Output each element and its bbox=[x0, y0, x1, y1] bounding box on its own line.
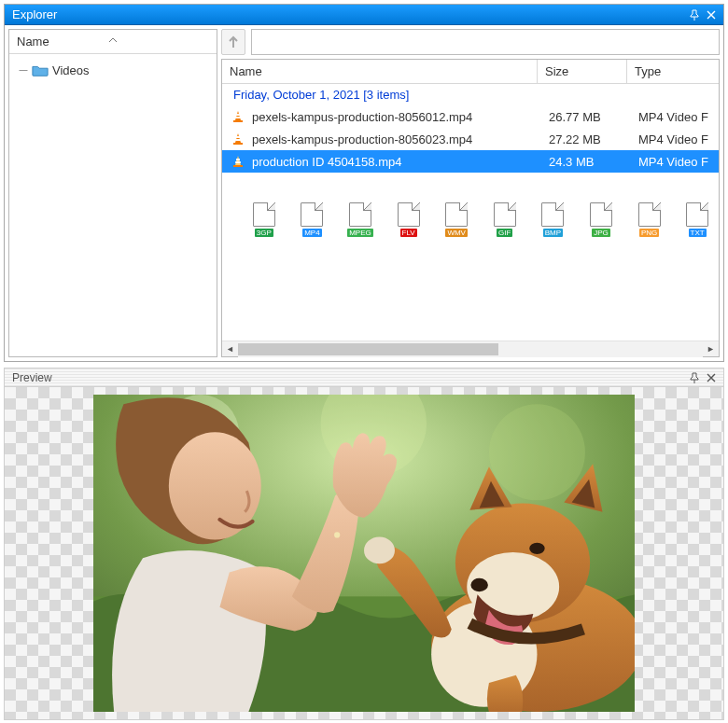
svg-point-22 bbox=[364, 536, 395, 563]
scroll-thumb[interactable] bbox=[238, 343, 498, 355]
col-size[interactable]: Size bbox=[538, 60, 627, 83]
folder-icon bbox=[32, 63, 49, 76]
svg-rect-8 bbox=[235, 161, 241, 163]
format-label: GIF bbox=[497, 229, 512, 237]
format-label: MP4 bbox=[302, 229, 321, 237]
right-pane: Name Size Type Friday, October 1, 2021 [… bbox=[221, 29, 720, 357]
svg-rect-6 bbox=[233, 165, 243, 167]
svg-point-21 bbox=[470, 578, 488, 591]
format-item-mpeg[interactable]: MPEG bbox=[346, 202, 374, 237]
explorer-title: Explorer bbox=[12, 7, 57, 21]
tree-column-header[interactable]: Name bbox=[9, 30, 217, 54]
vlc-file-icon bbox=[230, 108, 246, 125]
file-type: MP4 Video F bbox=[638, 110, 708, 124]
pin-icon[interactable] bbox=[686, 7, 703, 23]
svg-rect-2 bbox=[235, 117, 241, 118]
tree-item-label: Videos bbox=[52, 63, 90, 77]
file-size: 26.77 MB bbox=[549, 110, 601, 124]
preview-panel: Preview bbox=[4, 368, 724, 720]
format-item-gif[interactable]: GIF bbox=[491, 202, 519, 237]
close-icon[interactable] bbox=[703, 7, 720, 23]
svg-rect-3 bbox=[233, 143, 243, 145]
format-label: WMV bbox=[445, 229, 468, 237]
file-type-icon bbox=[349, 202, 371, 227]
svg-rect-5 bbox=[235, 139, 241, 141]
file-list-header: Name Size Type bbox=[222, 60, 719, 84]
tree-header-label: Name bbox=[17, 35, 49, 49]
file-type: MP4 Video F bbox=[638, 155, 708, 169]
file-type-icon bbox=[445, 202, 468, 227]
col-type[interactable]: Type bbox=[627, 60, 719, 83]
file-type-icon bbox=[686, 202, 708, 227]
format-item-png[interactable]: PNG bbox=[636, 202, 664, 237]
col-name[interactable]: Name bbox=[222, 60, 538, 83]
explorer-panel: Explorer Name — bbox=[4, 4, 724, 362]
file-row[interactable]: pexels-kampus-production-8056012.mp4 26.… bbox=[222, 105, 719, 128]
pin-icon[interactable] bbox=[686, 369, 703, 386]
preview-body bbox=[5, 387, 723, 719]
close-icon[interactable] bbox=[703, 369, 720, 386]
format-item-wmv[interactable]: WMV bbox=[442, 202, 470, 237]
file-type-icon bbox=[541, 202, 564, 227]
preview-title: Preview bbox=[12, 371, 52, 384]
file-rows: Friday, October 1, 2021 [3 items] pexels… bbox=[222, 84, 719, 341]
file-name: pexels-kampus-production-8056012.mp4 bbox=[252, 110, 472, 124]
format-item-3gp[interactable]: 3GP bbox=[250, 202, 278, 237]
format-label: BMP bbox=[543, 229, 563, 237]
file-type-icon bbox=[494, 202, 516, 227]
collapse-icon[interactable]: — bbox=[19, 65, 28, 75]
file-name: pexels-kampus-production-8056023.mp4 bbox=[252, 132, 472, 146]
format-label: MPEG bbox=[347, 229, 373, 237]
tree-list: — Videos bbox=[9, 54, 217, 356]
format-label: FLV bbox=[400, 229, 417, 237]
path-row bbox=[221, 29, 720, 55]
format-strip: 3GPMP4MPEGFLVWMVGIFBMPJPGPNGTXT bbox=[222, 173, 719, 237]
file-size: 27.22 MB bbox=[549, 132, 601, 146]
file-row[interactable]: pexels-kampus-production-8056023.mp4 27.… bbox=[222, 128, 719, 150]
vlc-file-icon bbox=[230, 153, 246, 170]
svg-rect-0 bbox=[233, 120, 243, 122]
file-name: production ID 4504158.mp4 bbox=[252, 155, 401, 169]
file-type: MP4 Video F bbox=[638, 132, 708, 146]
format-item-mp4[interactable]: MP4 bbox=[299, 202, 327, 237]
preview-thumbnail bbox=[93, 395, 635, 712]
format-item-flv[interactable]: FLV bbox=[395, 202, 423, 237]
vlc-file-icon bbox=[230, 131, 246, 147]
format-item-jpg[interactable]: JPG bbox=[587, 202, 615, 237]
file-type-icon bbox=[590, 202, 612, 227]
format-label: TXT bbox=[689, 229, 707, 237]
up-button[interactable] bbox=[221, 29, 245, 55]
svg-point-20 bbox=[529, 543, 544, 554]
explorer-titlebar: Explorer bbox=[5, 5, 723, 25]
format-label: 3GP bbox=[255, 229, 273, 237]
svg-rect-7 bbox=[236, 159, 240, 160]
sort-asc-icon bbox=[108, 32, 118, 46]
svg-rect-4 bbox=[236, 136, 240, 138]
file-type-icon bbox=[301, 202, 323, 227]
scroll-track[interactable] bbox=[238, 341, 703, 357]
svg-point-12 bbox=[489, 404, 585, 500]
group-header[interactable]: Friday, October 1, 2021 [3 items] bbox=[222, 84, 719, 105]
file-type-icon bbox=[398, 202, 420, 227]
svg-rect-1 bbox=[236, 114, 240, 116]
h-scrollbar[interactable]: ◄ ► bbox=[222, 341, 719, 356]
tree-item-videos[interactable]: — Videos bbox=[13, 60, 213, 80]
scroll-left-icon[interactable]: ◄ bbox=[222, 341, 238, 357]
preview-titlebar: Preview bbox=[5, 368, 723, 387]
path-input[interactable] bbox=[251, 29, 720, 55]
up-arrow-icon bbox=[227, 35, 240, 49]
file-type-icon bbox=[253, 202, 275, 227]
file-row[interactable]: production ID 4504158.mp4 24.3 MB MP4 Vi… bbox=[222, 150, 719, 173]
format-item-bmp[interactable]: BMP bbox=[539, 202, 567, 237]
scroll-right-icon[interactable]: ► bbox=[703, 341, 719, 357]
file-type-icon bbox=[638, 202, 661, 227]
svg-point-15 bbox=[334, 532, 340, 537]
format-item-txt[interactable]: TXT bbox=[683, 202, 711, 237]
file-list: Name Size Type Friday, October 1, 2021 [… bbox=[221, 59, 720, 357]
explorer-body: Name — Videos bbox=[5, 25, 723, 361]
tree-pane: Name — Videos bbox=[8, 29, 217, 357]
file-size: 24.3 MB bbox=[549, 155, 594, 169]
format-label: JPG bbox=[592, 229, 610, 237]
format-label: PNG bbox=[639, 229, 659, 237]
